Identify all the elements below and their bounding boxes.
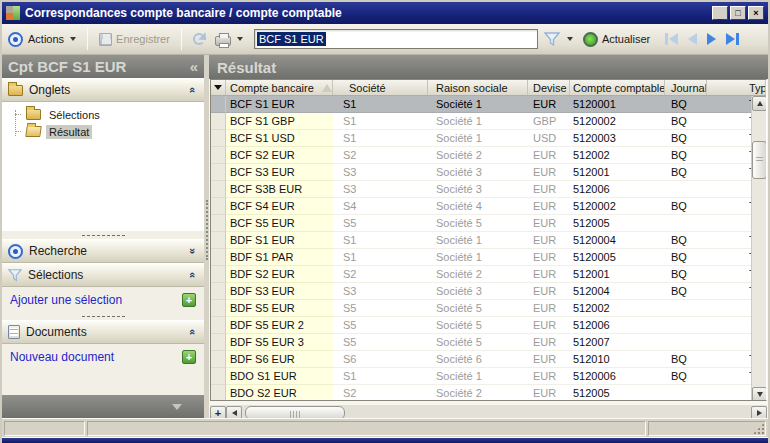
minimize-button[interactable]: _ xyxy=(712,6,728,20)
filter-input[interactable]: BCF S1 EUR xyxy=(254,29,538,49)
actualiser-button[interactable]: Actualiser xyxy=(578,30,655,49)
first-record-button[interactable] xyxy=(665,33,678,45)
row-selector[interactable] xyxy=(211,266,226,283)
cell-account: BCF S1 EUR xyxy=(226,96,333,113)
column-header-currency[interactable]: Devise xyxy=(528,80,570,95)
table-row[interactable]: BCF S1 USDS1Société 1USD5120003BQT xyxy=(211,130,751,147)
column-header-type[interactable]: Typ xyxy=(707,80,766,95)
panel-splitter[interactable] xyxy=(2,312,204,320)
more-panels-icon[interactable] xyxy=(172,404,182,410)
vertical-scroll-thumb[interactable] xyxy=(752,141,767,179)
row-selector[interactable] xyxy=(211,181,226,198)
row-selector[interactable] xyxy=(211,317,226,334)
table-row[interactable]: BDF S6 EURS6Société 6EUR512010BQT xyxy=(211,351,751,368)
row-selector[interactable] xyxy=(211,368,226,385)
table-row[interactable]: BCF S3 EURS3Société 3EUR512001BQT xyxy=(211,164,751,181)
column-header-company[interactable]: Société xyxy=(333,80,428,95)
table-row[interactable]: BCF S1 GBPS1Société 1GBP5120002BQT xyxy=(211,113,751,130)
cell-company: S1 xyxy=(333,232,428,249)
table-row[interactable]: BCF S5 EURS5Société 5EUR512005 xyxy=(211,215,751,232)
last-record-button[interactable] xyxy=(726,33,739,45)
cell-type: T xyxy=(707,96,751,113)
cell-company_name: Société 5 xyxy=(428,317,528,334)
column-header-company_name[interactable]: Raison sociale xyxy=(428,80,528,95)
sidebar-collapse-icon[interactable]: « xyxy=(190,58,198,75)
panel-header-recherche[interactable]: Recherche » xyxy=(2,239,204,263)
add-selection-plus-button[interactable]: + xyxy=(182,293,196,307)
panel-splitter[interactable] xyxy=(2,231,204,239)
cell-ledger_account: 512010 xyxy=(570,351,665,368)
table-row[interactable]: BDF S3 EURS3Société 3EUR512004BQT xyxy=(211,283,751,300)
panel-header-selections[interactable]: Sélections « xyxy=(2,263,204,287)
row-selector[interactable] xyxy=(211,96,226,113)
collapse-panel-icon[interactable]: « xyxy=(187,329,199,335)
scroll-right-icon xyxy=(757,410,762,416)
save-button[interactable]: Enregistrer xyxy=(94,31,175,48)
column-header-account[interactable]: Compte bancaire xyxy=(226,80,333,95)
table-row[interactable]: BDF S1 EURS1Société 1EUR5120004BQT xyxy=(211,232,751,249)
filter-options-dropdown[interactable] xyxy=(560,35,578,43)
row-selector[interactable] xyxy=(211,130,226,147)
column-header-journal[interactable]: Journal xyxy=(665,80,707,95)
row-selector[interactable] xyxy=(211,351,226,368)
cell-currency: EUR xyxy=(528,368,570,385)
table-row[interactable]: BDF S5 EUR 3S5Société 5EUR512007 xyxy=(211,334,751,351)
row-selector[interactable] xyxy=(211,385,226,401)
add-selection-link[interactable]: Ajouter une sélection xyxy=(10,293,182,307)
tree-item-selections[interactable]: Sélections xyxy=(2,106,204,123)
resize-grip[interactable] xyxy=(753,423,764,434)
cell-account: BDF S5 EUR xyxy=(226,300,333,317)
row-selector[interactable] xyxy=(211,249,226,266)
previous-record-button[interactable] xyxy=(688,33,697,45)
table-row[interactable]: BDO S1 EURS1Société 1EUR5120006BQT xyxy=(211,368,751,385)
row-selector[interactable] xyxy=(211,198,226,215)
cell-journal xyxy=(665,385,707,401)
new-document-link[interactable]: Nouveau document xyxy=(10,350,182,364)
vertical-scrollbar[interactable] xyxy=(751,96,766,401)
panel-header-documents[interactable]: Documents « xyxy=(2,320,204,344)
cell-company: S1 xyxy=(333,96,428,113)
cell-company: S2 xyxy=(333,266,428,283)
print-button[interactable] xyxy=(210,30,248,48)
scroll-up-button[interactable] xyxy=(752,96,767,111)
panel-header-onglets[interactable]: Onglets « xyxy=(2,78,204,102)
table-row[interactable]: BDF S5 EURS5Société 5EUR512002 xyxy=(211,300,751,317)
table-row[interactable]: BDF S5 EUR 2S5Société 5EUR512006 xyxy=(211,317,751,334)
table-row[interactable]: BCF S3B EURS3Société 3EUR512006 xyxy=(211,181,751,198)
scroll-down-button[interactable] xyxy=(752,387,767,401)
row-selector[interactable] xyxy=(211,147,226,164)
row-selector[interactable] xyxy=(211,283,226,300)
tree-item-resultat[interactable]: Résultat xyxy=(2,123,204,140)
table-row[interactable]: BDO S2 EURS2Société 2EUR512005 xyxy=(211,385,751,401)
cell-currency: EUR xyxy=(528,249,570,266)
close-button[interactable]: × xyxy=(748,6,764,20)
table-row[interactable]: BCF S2 EURS2Société 2EUR512002BQT xyxy=(211,147,751,164)
table-row[interactable]: BDF S2 EURS2Société 2EUR512001BQT xyxy=(211,266,751,283)
maximize-button[interactable]: □ xyxy=(730,6,746,20)
table-row[interactable]: BCF S1 EURS1Société 1EUR5120001BQT xyxy=(211,96,751,113)
next-record-button[interactable] xyxy=(707,33,716,45)
table-row[interactable]: BCF S4 EURS4Société 4EUR5120002BQT xyxy=(211,198,751,215)
column-header-ledger_account[interactable]: Compte comptable xyxy=(570,80,665,95)
expand-panel-icon[interactable]: » xyxy=(187,248,199,254)
row-selector[interactable] xyxy=(211,300,226,317)
row-selector[interactable] xyxy=(211,232,226,249)
row-selector[interactable] xyxy=(211,113,226,130)
new-document-plus-button[interactable]: + xyxy=(182,350,196,364)
collapse-panel-icon[interactable]: « xyxy=(187,87,199,93)
filter-funnel-icon[interactable] xyxy=(544,31,560,47)
row-selector[interactable] xyxy=(211,334,226,351)
collapse-panel-icon[interactable]: « xyxy=(187,272,199,278)
row-selector[interactable] xyxy=(211,215,226,232)
cell-type: T xyxy=(707,232,751,249)
actions-button[interactable]: Actions xyxy=(23,31,81,47)
cell-currency: EUR xyxy=(528,283,570,300)
cell-company: S5 xyxy=(333,215,428,232)
table-row[interactable]: BDF S1 PARS1Société 1EUR5120005BQT xyxy=(211,249,751,266)
cell-currency: EUR xyxy=(528,317,570,334)
refresh-button[interactable] xyxy=(188,31,210,47)
row-selector[interactable] xyxy=(211,164,226,181)
cell-ledger_account: 5120003 xyxy=(570,130,665,147)
scroll-down-icon xyxy=(757,392,763,397)
grid-corner-menu[interactable] xyxy=(211,80,226,95)
